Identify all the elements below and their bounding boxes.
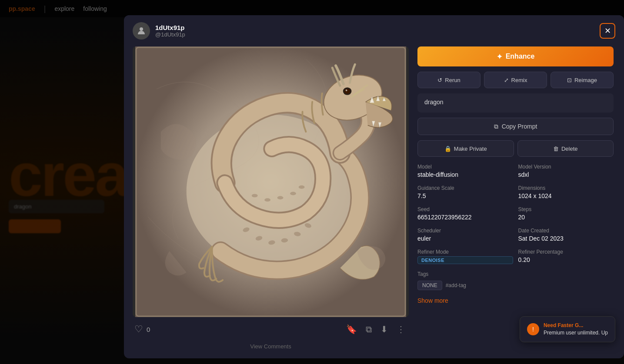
view-comments[interactable]: View Comments — [133, 343, 409, 350]
meta-steps: Steps 20 — [518, 206, 614, 221]
svg-point-17 — [346, 89, 347, 91]
svg-point-12 — [290, 192, 296, 195]
more-options-icon[interactable]: ⋮ — [395, 322, 407, 336]
scheduler-label: Scheduler — [417, 228, 513, 234]
refiner-mode-badge: DENOISE — [417, 256, 513, 264]
refiner-pct-value: 0.20 — [518, 256, 614, 263]
private-icon: 🔒 — [444, 146, 451, 152]
svg-point-13 — [299, 185, 305, 189]
copy-prompt-icon: ⧉ — [494, 123, 498, 130]
reimage-label: Reimage — [574, 77, 597, 83]
svg-point-11 — [277, 196, 284, 199]
copy-prompt-button[interactable]: ⧉ Copy Prompt — [417, 118, 614, 135]
meta-scheduler: Scheduler euler — [417, 228, 513, 242]
download-icon[interactable]: ⬇ — [379, 322, 390, 336]
enhance-label: Enhance — [506, 53, 535, 60]
notification-icon: ! — [527, 323, 539, 335]
private-delete-row: 🔒 Make Private 🗑 Delete — [417, 140, 614, 157]
delete-label: Delete — [561, 146, 578, 152]
enhance-sparkle-icon: ✦ — [497, 53, 502, 61]
user-name: 1dUtx91p — [155, 24, 185, 31]
make-private-button[interactable]: 🔒 Make Private — [417, 140, 514, 157]
user-handle: @1dUtx91p — [155, 31, 185, 38]
svg-point-10 — [264, 198, 270, 202]
remix-icon: ⤢ — [504, 77, 509, 83]
steps-value: 20 — [518, 214, 614, 221]
dimensions-label: Dimensions — [518, 185, 614, 191]
modal-dialog: 1dUtx91p @1dUtx91p ✕ — [124, 15, 624, 358]
bookmark-icon[interactable]: 🔖 — [344, 322, 359, 336]
tags-section: Tags NONE #add-tag — [417, 271, 614, 290]
rerun-button[interactable]: ↺ Rerun — [417, 72, 481, 88]
reimage-icon: ⊡ — [567, 77, 572, 83]
refiner-pct-label: Refiner Percentage — [518, 249, 614, 255]
image-actions: ♡ 0 🔖 ⧉ ⬇ ⋮ — [133, 322, 409, 336]
like-count: 0 — [147, 326, 150, 333]
enhance-button[interactable]: ✦ Enhance — [417, 46, 614, 66]
meta-guidance: Guidance Scale 7.5 — [417, 185, 513, 199]
notification-body: Premium user unlimited. Up — [544, 330, 608, 336]
meta-model-version: Model Version sdxl — [518, 164, 614, 178]
like-area: ♡ 0 — [134, 324, 150, 335]
svg-point-16 — [344, 89, 350, 94]
meta-model: Model stable-diffusion — [417, 164, 513, 178]
avatar — [133, 22, 150, 40]
notification-popup: ! Need Faster G... Premium user unlimite… — [520, 316, 615, 342]
right-panel: ✦ Enhance ↺ Rerun ⤢ Remix ⊡ Reimage — [417, 46, 615, 350]
main-image — [133, 46, 409, 317]
steps-label: Steps — [518, 206, 614, 212]
action-buttons-row: ↺ Rerun ⤢ Remix ⊡ Reimage — [417, 72, 614, 88]
meta-dimensions: Dimensions 1024 x 1024 — [518, 185, 614, 199]
guidance-value: 7.5 — [417, 192, 513, 199]
prompt-display: dragon — [417, 93, 614, 113]
metadata-grid: Model stable-diffusion Model Version sdx… — [417, 162, 614, 266]
guidance-label: Guidance Scale — [417, 185, 513, 191]
meta-date-created: Date Created Sat Dec 02 2023 — [518, 228, 614, 242]
dimensions-value: 1024 x 1024 — [518, 192, 614, 199]
copy-icon[interactable]: ⧉ — [364, 323, 374, 336]
tags-row: NONE #add-tag — [417, 281, 614, 290]
tag-none: NONE — [417, 281, 442, 290]
meta-seed: Seed 6651220723956222 — [417, 206, 513, 221]
notification-title: Need Faster G... — [544, 322, 583, 328]
rerun-label: Rerun — [445, 77, 460, 83]
scheduler-value: euler — [417, 235, 513, 242]
svg-point-9 — [252, 194, 258, 197]
tags-label: Tags — [417, 271, 614, 277]
make-private-label: Make Private — [454, 146, 487, 152]
seed-value: 6651220723956222 — [417, 214, 513, 221]
image-container: ♡ 0 🔖 ⧉ ⬇ ⋮ View Comments — [133, 46, 409, 350]
svg-point-0 — [140, 27, 143, 31]
tag-add[interactable]: #add-tag — [446, 282, 466, 288]
delete-icon: 🗑 — [553, 146, 559, 152]
model-label: Model — [417, 164, 513, 170]
date-value: Sat Dec 02 2023 — [518, 235, 614, 242]
seed-label: Seed — [417, 206, 513, 212]
model-version-value: sdxl — [518, 171, 614, 178]
modal-user-info: 1dUtx91p @1dUtx91p — [133, 22, 185, 40]
user-details: 1dUtx91p @1dUtx91p — [155, 24, 185, 38]
rerun-icon: ↺ — [437, 77, 442, 83]
close-button[interactable]: ✕ — [600, 23, 615, 39]
copy-prompt-label: Copy Prompt — [502, 123, 537, 130]
modal-header: 1dUtx91p @1dUtx91p ✕ — [124, 15, 624, 46]
modal-body: ♡ 0 🔖 ⧉ ⬇ ⋮ View Comments ✦ Enhance — [124, 46, 624, 358]
remix-label: Remix — [511, 77, 527, 83]
delete-button[interactable]: 🗑 Delete — [517, 140, 614, 157]
reimage-button[interactable]: ⊡ Reimage — [551, 72, 614, 88]
refiner-mode-label: Refiner Mode — [417, 249, 513, 255]
like-icon[interactable]: ♡ — [134, 324, 143, 335]
date-label: Date Created — [518, 228, 614, 234]
notification-text: Need Faster G... Premium user unlimited.… — [544, 322, 608, 337]
meta-refiner-pct: Refiner Percentage 0.20 — [518, 249, 614, 264]
model-version-label: Model Version — [518, 164, 614, 170]
model-value: stable-diffusion — [417, 171, 513, 178]
meta-refiner-mode: Refiner Mode DENOISE — [417, 249, 513, 264]
show-more-button[interactable]: Show more — [417, 295, 614, 306]
remix-button[interactable]: ⤢ Remix — [484, 72, 547, 88]
